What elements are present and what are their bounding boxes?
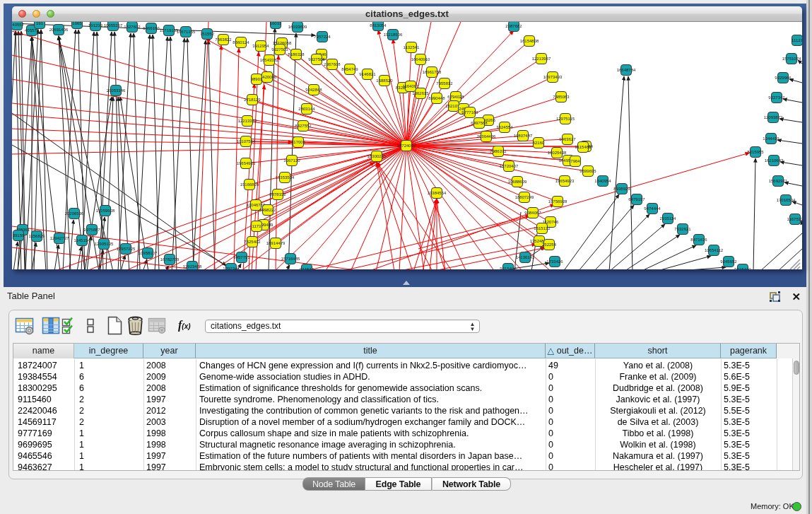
svg-text:10807487: 10807487 (514, 134, 533, 138)
svg-text:15716485: 15716485 (281, 257, 300, 261)
svg-text:12905135: 12905135 (95, 242, 114, 246)
svg-text:16782759: 16782759 (160, 257, 180, 262)
svg-text:19384554: 19384554 (428, 191, 447, 195)
svg-text:8186328: 8186328 (288, 52, 305, 57)
svg-text:19756928: 19756928 (548, 199, 567, 204)
svg-text:931544: 931544 (300, 267, 314, 269)
svg-text:3267130: 3267130 (283, 158, 300, 163)
svg-text:12923468: 12923468 (183, 264, 202, 269)
svg-text:9329966: 9329966 (775, 76, 792, 80)
svg-text:13353594: 13353594 (276, 175, 295, 180)
svg-text:17359928: 17359928 (96, 209, 115, 213)
svg-text:10973493: 10973493 (543, 75, 563, 79)
svg-text:6498222: 6498222 (259, 208, 276, 212)
svg-text:9463627: 9463627 (559, 137, 576, 141)
svg-text:7625402: 7625402 (244, 240, 261, 244)
svg-text:9975887: 9975887 (83, 228, 100, 232)
svg-text:12093872: 12093872 (764, 115, 783, 119)
svg-text:20053346: 20053346 (107, 88, 126, 93)
svg-text:9227342: 9227342 (768, 95, 785, 100)
svg-text:16640910: 16640910 (411, 57, 430, 62)
svg-text:7986372: 7986372 (490, 149, 507, 153)
svg-text:1615132: 1615132 (534, 226, 551, 230)
svg-text:9242848: 9242848 (305, 88, 322, 92)
svg-text:3624554: 3624554 (496, 125, 513, 129)
svg-text:11123: 11123 (792, 38, 802, 42)
svg-text:17957225: 17957225 (117, 247, 136, 251)
svg-text:9327503: 9327503 (271, 47, 288, 52)
svg-text:1733426: 1733426 (546, 259, 563, 264)
svg-text:10958107: 10958107 (139, 251, 158, 255)
svg-text:8990448: 8990448 (428, 96, 445, 100)
svg-text:12213383: 12213383 (238, 119, 257, 123)
svg-text:6794028: 6794028 (447, 95, 464, 99)
svg-text:39159: 39159 (13, 233, 25, 238)
svg-text:6466160: 6466160 (143, 26, 160, 30)
svg-text:9315446: 9315446 (500, 267, 517, 269)
svg-text:9699695: 9699695 (579, 169, 596, 173)
svg-text:8878332: 8878332 (269, 192, 286, 197)
svg-text:14136141: 14136141 (516, 255, 535, 259)
svg-text:6497568: 6497568 (471, 121, 488, 125)
svg-text:2935114: 2935114 (660, 216, 677, 221)
svg-text:19654923: 19654923 (555, 179, 575, 183)
svg-text:1362615: 1362615 (412, 91, 429, 95)
svg-text:751552: 751552 (200, 32, 215, 36)
svg-text:16033: 16033 (270, 22, 282, 25)
svg-text:1065: 1065 (72, 22, 82, 25)
svg-text:9146821: 9146821 (359, 72, 376, 76)
svg-text:191233: 191233 (88, 23, 103, 28)
svg-text:16154808: 16154808 (520, 39, 539, 43)
svg-text:10655267: 10655267 (104, 23, 123, 28)
svg-text:140557: 140557 (12, 23, 25, 27)
svg-text:2718129: 2718129 (244, 98, 261, 102)
svg-text:16914479: 16914479 (266, 241, 286, 245)
svg-text:16961758: 16961758 (423, 70, 442, 74)
svg-text:8215955: 8215955 (747, 150, 764, 154)
svg-text:2087682: 2087682 (505, 24, 522, 28)
svg-text:6479197: 6479197 (628, 197, 645, 201)
svg-text:9457791: 9457791 (233, 255, 250, 259)
svg-text:9245652: 9245652 (720, 259, 737, 264)
svg-text:1164097: 1164097 (403, 84, 420, 88)
svg-text:7955812: 7955812 (436, 81, 453, 86)
svg-text:15751074: 15751074 (782, 57, 801, 61)
svg-text:1527602: 1527602 (124, 25, 141, 29)
svg-text:16033809: 16033809 (288, 25, 307, 29)
svg-text:19166829: 19166829 (240, 182, 259, 187)
svg-text:9515440: 9515440 (734, 267, 751, 269)
svg-text:10688609: 10688609 (508, 180, 527, 184)
svg-text:1156829: 1156829 (29, 234, 46, 238)
svg-text:98901: 98901 (251, 77, 263, 81)
svg-text:8427552: 8427552 (295, 124, 312, 128)
svg-text:62160: 62160 (533, 141, 545, 145)
svg-text:9084067: 9084067 (524, 211, 541, 215)
svg-text:16210643: 16210643 (765, 158, 784, 163)
svg-text:7632621: 7632621 (674, 227, 691, 231)
svg-text:1145194: 1145194 (74, 238, 91, 243)
svg-text:9474444: 9474444 (644, 206, 661, 211)
svg-text:20206536: 20206536 (65, 211, 84, 216)
svg-text:417006: 417006 (291, 140, 306, 144)
svg-text:9327508: 9327508 (308, 57, 325, 62)
svg-text:12975115: 12975115 (556, 117, 575, 121)
svg-text:7357224: 7357224 (314, 35, 331, 39)
svg-text:2367608: 2367608 (324, 62, 341, 66)
svg-text:18807249: 18807249 (515, 195, 534, 199)
svg-text:8471676: 8471676 (690, 238, 707, 242)
svg-text:1244419: 1244419 (763, 136, 779, 141)
svg-text:1640954: 1640954 (594, 179, 611, 183)
svg-text:10654112: 10654112 (705, 248, 724, 252)
svg-text:10025438: 10025438 (548, 151, 567, 155)
svg-text:20364436: 20364436 (477, 134, 496, 139)
svg-text:20691406: 20691406 (49, 28, 69, 32)
svg-text:16671355: 16671355 (177, 30, 196, 34)
svg-text:10107554: 10107554 (237, 139, 256, 144)
svg-text:7485063: 7485063 (553, 95, 570, 99)
svg-text:1167533: 1167533 (787, 217, 802, 221)
svg-text:1588520: 1588520 (376, 78, 393, 83)
svg-text:7964: 7964 (570, 159, 580, 163)
svg-text:9115460: 9115460 (575, 145, 592, 149)
svg-text:2803144: 2803144 (298, 107, 315, 111)
svg-text:8454749: 8454749 (341, 67, 358, 71)
